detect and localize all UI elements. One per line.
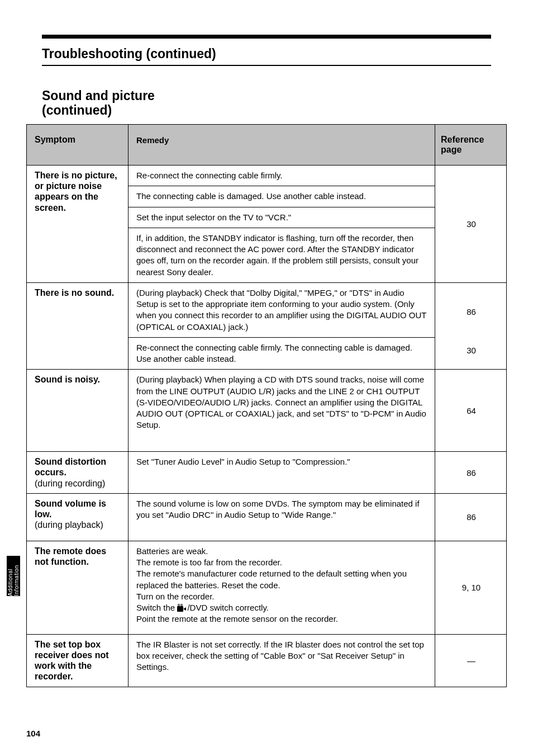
section-heading: Sound and picture <box>42 88 155 103</box>
remedy-text: The IR Blaster is not set correctly. If … <box>136 639 428 678</box>
remedy-text: Re-connect the connecting cable firmly. <box>136 170 428 181</box>
page-ref: 30 <box>441 336 502 365</box>
symptom-text: Sound volume is low.(during playback) <box>35 499 106 530</box>
table-row: Sound distortion occurs.(during recordin… <box>27 451 506 493</box>
troubleshooting-table: Symptom Remedy Reference page There is n… <box>26 124 507 687</box>
table-row: Sound is noisy. (During playback) When p… <box>27 369 506 451</box>
symptom-text: The remote does not function. <box>35 546 121 567</box>
symptom-text: The set top box receiver does not work w… <box>35 639 121 682</box>
col-header-page: Reference page <box>435 125 506 165</box>
running-title: Troubleshooting (continued) <box>42 46 216 62</box>
table-row: There is no sound. (During playback) Che… <box>27 282 506 370</box>
table-row: The set top box receiver does not work w… <box>27 634 506 687</box>
remedy-text: (During playback) When playing a CD with… <box>136 374 428 447</box>
page-ref: 64 <box>435 370 506 451</box>
symptom-text: There is no sound. <box>35 287 121 298</box>
table-row: The remote does not function. Batteries … <box>27 541 506 634</box>
remedy-text: (During playback) Check that "Dolby Digi… <box>136 287 428 333</box>
table-row: Sound volume is low.(during playback) Th… <box>27 493 506 541</box>
section-continued: (continued) <box>42 103 112 118</box>
symptom-text: There is no picture, or picture noise ap… <box>35 170 121 213</box>
page-ref: 9, 10 <box>435 541 506 634</box>
remedy-text: Set "Tuner Audio Level" in Audio Setup t… <box>136 456 428 488</box>
page-ref: — <box>435 635 506 687</box>
remedy-text: If, in addition, the STANDBY indicator i… <box>136 233 428 278</box>
page-number: 104 <box>26 729 40 738</box>
remedy-text: Batteries are weak.The remote is too far… <box>136 546 428 630</box>
remedy-text: The connecting cable is damaged. Use ano… <box>136 191 428 202</box>
table-header-row: Symptom Remedy Reference page <box>27 125 506 165</box>
symptom-text: Sound distortion occurs.(during recordin… <box>35 457 106 488</box>
remedy-text: Re-connect the connecting cable firmly. … <box>136 342 428 365</box>
remedy-text: Set the input selector on the TV to "VCR… <box>136 212 428 223</box>
symptom-cell: Sound volume is low.(during playback) <box>27 494 129 541</box>
page-ref: 86 <box>435 452 506 493</box>
symptom-cell: Sound distortion occurs.(during recordin… <box>27 452 129 493</box>
page-ref: 86 <box>441 287 502 336</box>
page-ref: 86 <box>435 494 506 541</box>
col-header-symptom: Symptom <box>27 125 129 165</box>
side-tab: Additional Information <box>7 556 20 596</box>
symptom-text: Sound is noisy. <box>35 374 121 385</box>
col-header-remedy: Remedy <box>136 135 428 146</box>
page-ref: 30 <box>435 166 506 282</box>
table-row: There is no picture, or picture noise ap… <box>27 165 506 282</box>
remedy-text: The sound volume is low on some DVDs. Th… <box>136 498 428 536</box>
